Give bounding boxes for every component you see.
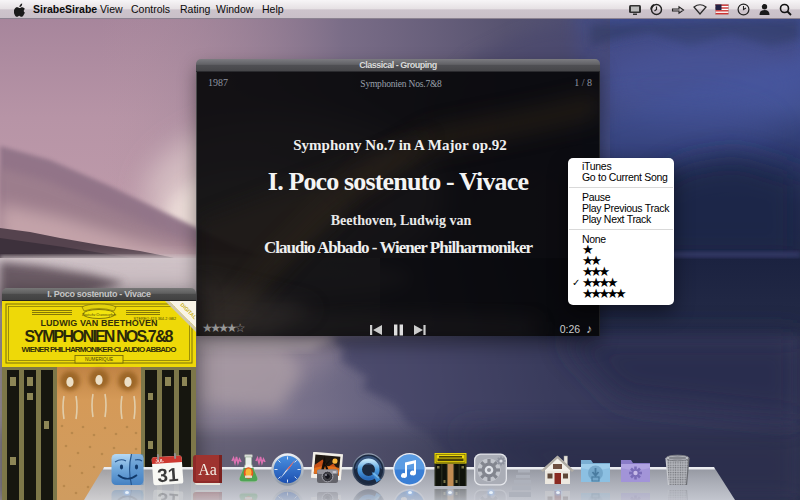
svg-text:31: 31 (157, 464, 180, 486)
svg-text:JUL: JUL (155, 458, 164, 464)
svg-text:LUDWIG VAN BEETHOVEN: LUDWIG VAN BEETHOVEN (41, 318, 158, 328)
svg-text:Deutsche Grammophon: Deutsche Grammophon (81, 313, 116, 317)
svg-text:NUMERIQUE: NUMERIQUE (85, 357, 113, 362)
svg-text:SYMPHONIEN NOS.7&8: SYMPHONIEN NOS.7&8 (25, 328, 174, 345)
svg-text:Aa: Aa (198, 461, 217, 478)
svg-text:WIENER PHILHARMONIKER·CLAUDIO: WIENER PHILHARMONIKER·CLAUDIO ABBADO (22, 345, 177, 354)
